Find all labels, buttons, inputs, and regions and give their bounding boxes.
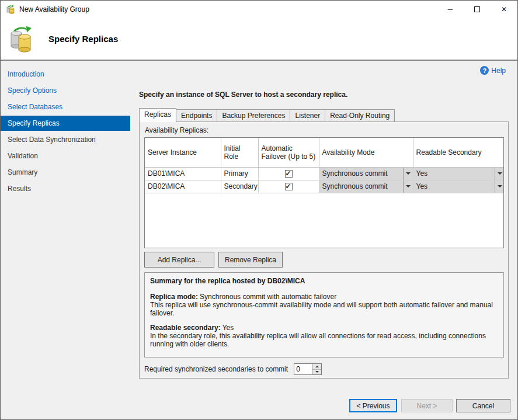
page-title: Specify Replicas	[48, 34, 118, 44]
summary-title: Summary for the replica hosted by DB02\M…	[150, 277, 498, 285]
required-secondaries-row: Required synchronized secondaries to com…	[144, 363, 322, 375]
minimize-icon: ─	[448, 5, 453, 13]
maximize-icon	[474, 6, 480, 12]
required-secondaries-label: Required synchronized secondaries to com…	[144, 365, 288, 373]
sidebar-item-select-databases[interactable]: Select Databases	[1, 99, 130, 114]
automatic-failover-cell	[258, 180, 319, 193]
titlebar: New Availability Group ─ ✕	[1, 1, 517, 18]
tab-backup-preferences[interactable]: Backup Preferences	[217, 109, 290, 122]
sidebar-item-validation: Validation	[1, 148, 130, 164]
chevron-down-icon	[495, 168, 504, 180]
spinner-up-button[interactable]	[312, 364, 321, 370]
sidebar-item-introduction[interactable]: Introduction	[1, 67, 130, 82]
close-icon: ✕	[501, 5, 507, 13]
window-title: New Availability Group	[19, 5, 89, 13]
sidebar-item-specify-replicas[interactable]: Specify Replicas	[1, 116, 130, 131]
automatic-failover-checkbox[interactable]	[285, 183, 293, 190]
replicas-grid: Server Instance Initial Role Automatic F…	[144, 137, 504, 248]
window-controls: ─ ✕	[437, 1, 517, 18]
cancel-button[interactable]: Cancel	[456, 399, 510, 412]
replica-summary-panel: Summary for the replica hosted by DB02\M…	[144, 272, 504, 357]
availability-mode-dropdown[interactable]: Synchronous commit	[319, 181, 413, 193]
readable-secondary-cell: Yes	[413, 167, 504, 180]
readable-secondary-cell: Yes	[413, 180, 504, 193]
column-header-readable-secondary: Readable Secondary	[413, 138, 504, 167]
availability-replicas-label: Availability Replicas:	[145, 126, 208, 134]
wizard-header: Specify Replicas	[1, 18, 517, 61]
close-button[interactable]: ✕	[491, 1, 517, 18]
column-header-server-instance: Server Instance	[145, 138, 221, 167]
automatic-failover-cell	[258, 167, 319, 180]
help-link[interactable]: ? Help	[480, 66, 506, 75]
server-instance-cell[interactable]: DB02\MICA	[145, 180, 221, 193]
readable-secondary-label: Readable secondary:	[150, 324, 221, 332]
sidebar-item-summary: Summary	[1, 165, 130, 180]
help-icon: ?	[480, 66, 489, 75]
chevron-down-icon	[403, 181, 413, 193]
readable-secondary-dropdown[interactable]: Yes	[413, 168, 505, 180]
app-icon	[6, 5, 15, 14]
tab-read-only-routing[interactable]: Read-Only Routing	[325, 109, 395, 122]
sidebar-item-results: Results	[1, 181, 130, 196]
new-availability-group-window: New Availability Group ─ ✕	[0, 0, 518, 420]
server-instance-cell[interactable]: DB01\MICA	[145, 167, 221, 180]
readable-secondary-description: In the secondary role, this availability…	[150, 332, 498, 348]
automatic-failover-checkbox[interactable]	[285, 170, 293, 178]
sidebar-item-specify-options[interactable]: Specify Options	[1, 83, 130, 98]
wizard-steps-sidebar: Introduction Specify Options Select Data…	[1, 61, 130, 419]
main-content: ? Help Specify an instance of SQL Server…	[130, 61, 517, 419]
triangle-down-icon	[315, 371, 319, 373]
tab-replicas[interactable]: Replicas	[139, 108, 176, 122]
availability-mode-cell: Synchronous commit	[319, 167, 413, 180]
minimize-button[interactable]: ─	[437, 1, 464, 18]
spinner-buttons	[312, 364, 321, 374]
readable-secondary-summary-value: Yes	[223, 324, 234, 332]
tab-strip: Replicas Endpoints Backup Preferences Li…	[139, 108, 395, 122]
column-header-availability-mode: Availability Mode	[319, 138, 413, 167]
remove-replica-button[interactable]: Remove Replica	[218, 252, 283, 268]
readable-secondary-value: Yes	[413, 182, 495, 190]
tab-endpoints[interactable]: Endpoints	[176, 109, 217, 122]
table-row: DB01\MICA Primary Synchronous commit	[145, 167, 504, 180]
table-row: DB02\MICA Secondary Synchronous commit	[145, 180, 504, 193]
previous-button[interactable]: < Previous	[349, 399, 397, 412]
readable-secondary-value: Yes	[413, 169, 495, 178]
spinner-down-button[interactable]	[312, 370, 321, 375]
maximize-button[interactable]	[464, 1, 491, 18]
required-secondaries-input[interactable]	[294, 364, 312, 374]
replica-mode-label: Replica mode:	[150, 293, 198, 301]
add-replica-button[interactable]: Add Replica...	[144, 252, 214, 268]
sidebar-item-select-data-synchronization: Select Data Synchronization	[1, 132, 130, 147]
column-header-automatic-failover: Automatic Failover (Up to 5)	[258, 138, 319, 167]
replica-mode-value: Synchronous commit with automatic failov…	[200, 293, 336, 301]
next-button[interactable]: Next >	[401, 399, 453, 412]
availability-mode-dropdown[interactable]: Synchronous commit	[319, 168, 413, 180]
availability-group-icon	[8, 25, 36, 53]
tab-listener[interactable]: Listener	[290, 109, 325, 122]
replica-mode-description: This replica will use synchronous-commit…	[150, 301, 498, 317]
column-header-initial-role: Initial Role	[221, 138, 258, 167]
readable-secondary-dropdown[interactable]: Yes	[413, 181, 505, 193]
chevron-down-icon	[403, 168, 413, 180]
grid-header-row: Server Instance Initial Role Automatic F…	[145, 138, 504, 167]
initial-role-cell: Secondary	[221, 180, 258, 193]
initial-role-cell: Primary	[221, 167, 258, 180]
chevron-down-icon	[495, 181, 504, 193]
triangle-up-icon	[315, 366, 319, 367]
instruction-text: Specify an instance of SQL Server to hos…	[139, 91, 347, 99]
help-label: Help	[491, 67, 506, 75]
availability-mode-cell: Synchronous commit	[319, 180, 413, 193]
replicas-tab-panel: Availability Replicas: Server Instance I…	[139, 122, 509, 379]
required-secondaries-spinner	[294, 363, 322, 375]
availability-mode-value: Synchronous commit	[319, 169, 403, 178]
availability-mode-value: Synchronous commit	[319, 182, 403, 190]
